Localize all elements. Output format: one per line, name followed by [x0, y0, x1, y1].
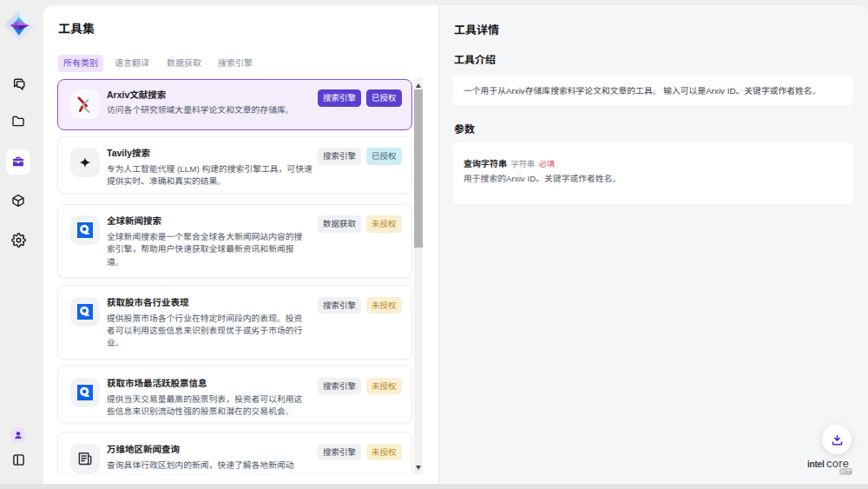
svg-text:intel: intel — [807, 459, 825, 469]
svg-text:Ultra: Ultra — [842, 470, 851, 474]
svg-text:core: core — [826, 457, 849, 470]
